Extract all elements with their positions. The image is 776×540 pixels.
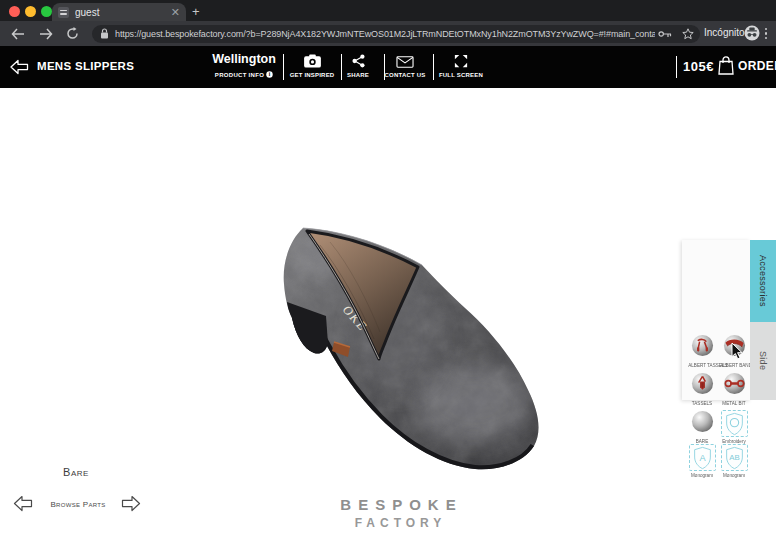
incognito-icon xyxy=(744,25,760,45)
order-button[interactable]: ORDER xyxy=(718,56,776,75)
share-button[interactable]: SHARE xyxy=(332,53,384,78)
info-icon: i xyxy=(266,71,273,78)
tab-favicon xyxy=(58,7,69,18)
tassels-thumb xyxy=(691,372,714,395)
tab-title: guest xyxy=(75,7,171,18)
category-title: MENS SLIPPERS xyxy=(37,60,134,72)
accessory-option-albert-tassels[interactable]: ALBERT TASSELS xyxy=(687,334,717,368)
accessory-option-metal-bit[interactable]: METAL BIT xyxy=(719,372,749,406)
reload-button[interactable] xyxy=(63,24,82,43)
new-tab-button[interactable]: + xyxy=(192,3,200,20)
lock-icon xyxy=(100,28,109,39)
browser-window: guest ✕ + https://guest.bespokefactory.c… xyxy=(0,0,776,540)
accessory-option-tassels[interactable]: TASSELS xyxy=(687,372,717,406)
url-text: https://guest.bespokefactory.com/?b=P289… xyxy=(115,29,655,39)
brand-line2: FACTORY xyxy=(308,516,488,530)
browse-parts-label: Browse Parts xyxy=(48,500,108,509)
price-label: 105€ xyxy=(683,59,714,74)
mouse-cursor xyxy=(731,342,743,360)
accessories-panel: ALBERT TASSELS ALBERT BAND TASSELS xyxy=(682,240,750,400)
configurator-canvas: OKE Bare Browse Parts BESPOKE FACTORY xyxy=(0,88,776,540)
monogram-a-thumb: A xyxy=(689,444,716,471)
share-icon xyxy=(332,53,384,68)
svg-text:A: A xyxy=(699,452,706,462)
svg-text:AB: AB xyxy=(729,453,739,462)
fullscreen-icon xyxy=(435,53,487,68)
tab-side-label: Side xyxy=(758,351,768,370)
password-key-icon[interactable] xyxy=(658,29,672,39)
tab-accessories[interactable]: Accessories xyxy=(750,240,776,322)
monogram-ab-thumb: AB xyxy=(721,444,748,471)
full-screen-button[interactable]: FULL SCREEN xyxy=(435,53,487,78)
tab-close-icon[interactable]: ✕ xyxy=(171,7,180,18)
shoe-3d-model[interactable]: OKE xyxy=(268,218,572,480)
previous-part-arrow[interactable] xyxy=(12,494,34,514)
contact-us-button[interactable]: CONTACT US xyxy=(379,53,431,78)
brand-logo: BESPOKE FACTORY xyxy=(308,496,488,530)
bookmark-star-icon[interactable] xyxy=(682,28,694,40)
browser-tab[interactable]: guest ✕ xyxy=(52,3,186,21)
back-button[interactable] xyxy=(8,24,27,43)
current-part-name: Bare xyxy=(36,466,116,478)
window-minimize-button[interactable] xyxy=(25,6,36,17)
browse-parts-control: Browse Parts xyxy=(8,491,148,519)
accessory-option-monogram-a[interactable]: A Monogram xyxy=(687,444,717,478)
incognito-label: Incógnito xyxy=(704,27,745,38)
product-info-label: PRODUCT INFO xyxy=(215,72,264,78)
order-label: ORDER xyxy=(738,59,776,73)
get-inspired-button[interactable]: GET INSPIRED xyxy=(286,53,338,78)
address-bar[interactable]: https://guest.bespokefactory.com/?b=P289… xyxy=(92,25,700,43)
tab-accessories-label: Accessories xyxy=(758,255,768,307)
product-name: Wellington xyxy=(208,52,280,66)
app-header: MENS SLIPPERS Wellington PRODUCT INFO i … xyxy=(0,46,776,88)
back-to-category-button[interactable] xyxy=(8,58,30,76)
envelope-icon xyxy=(379,53,431,68)
window-zoom-button[interactable] xyxy=(41,6,52,17)
browser-tab-strip: guest ✕ + xyxy=(0,0,776,21)
tab-side[interactable]: Side xyxy=(750,322,776,400)
next-part-arrow[interactable] xyxy=(120,494,142,514)
window-close-button[interactable] xyxy=(9,6,20,17)
accessory-option-monogram-ab[interactable]: AB Monogram xyxy=(719,444,749,478)
shopping-bag-icon xyxy=(718,56,734,75)
embroidery-thumb xyxy=(721,410,748,437)
product-info-block[interactable]: Wellington PRODUCT INFO i xyxy=(208,52,280,78)
brand-line1: BESPOKE xyxy=(308,496,488,513)
metal-bit-thumb xyxy=(723,372,746,395)
bare-thumb xyxy=(691,410,714,433)
camera-icon xyxy=(286,53,338,68)
accessory-option-bare[interactable]: BARE xyxy=(687,410,717,444)
albert-tassels-thumb xyxy=(691,334,714,357)
browser-menu-icon[interactable] xyxy=(764,25,768,42)
accessory-option-embroidery[interactable]: Embroidery xyxy=(719,410,749,444)
panel-tab-column: Accessories Side xyxy=(750,240,776,400)
browser-toolbar: https://guest.bespokefactory.com/?b=P289… xyxy=(0,21,776,46)
forward-button[interactable] xyxy=(36,24,55,43)
